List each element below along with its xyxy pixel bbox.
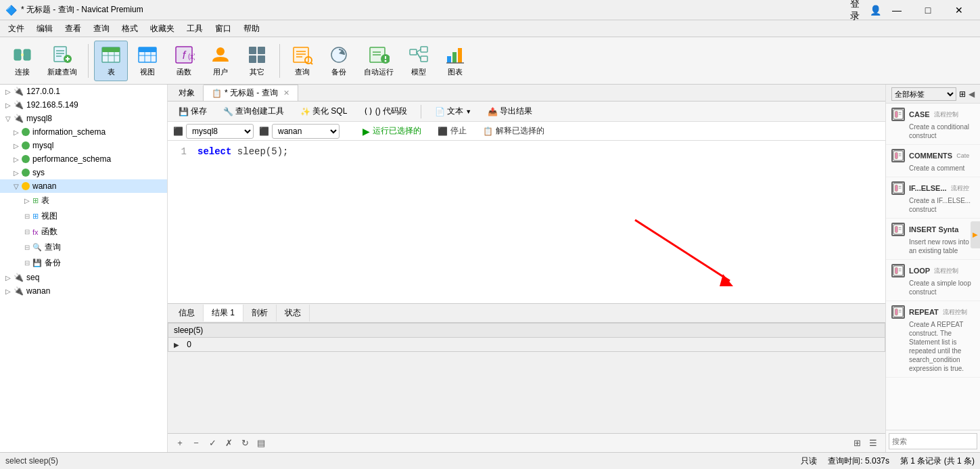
right-expand-btn[interactable]: ▶	[971, 221, 980, 248]
menu-view[interactable]: 查看	[60, 22, 87, 36]
minimize-button[interactable]: —	[881, 0, 912, 20]
sql-editor[interactable]: 1 select sleep(5);	[168, 141, 885, 303]
titlebar: 🔷 * 无标题 - 查询 - Navicat Premium 登录 👤 — □ …	[0, 0, 980, 20]
database-select[interactable]: wanan	[272, 124, 340, 139]
toolbar-model[interactable]: 模型	[402, 41, 436, 81]
svg-rect-17	[139, 47, 156, 52]
svg-rect-47	[447, 56, 451, 63]
confirm-btn[interactable]: ✓	[206, 437, 219, 450]
toolbar-chart[interactable]: 图表	[438, 41, 472, 81]
menu-favorites[interactable]: 收藏夹	[145, 22, 180, 36]
toolbar-backup[interactable]: 备份	[322, 41, 356, 81]
sidebar-item-sys[interactable]: ▷ sys	[0, 166, 167, 179]
toolbar-other[interactable]: 其它	[240, 41, 274, 81]
toolbar-autorun[interactable]: 自动运行	[358, 41, 399, 81]
explain-button[interactable]: 📋 解释已选择的	[476, 124, 551, 138]
func-icon-label: fx	[32, 228, 39, 236]
menu-window[interactable]: 窗口	[210, 22, 237, 36]
tab-close-icon[interactable]: ✕	[283, 89, 289, 97]
menu-tools[interactable]: 工具	[181, 22, 208, 36]
toolbar-sep-1	[88, 44, 89, 78]
menu-file[interactable]: 文件	[3, 22, 30, 36]
export-button[interactable]: 📤 导出结果	[482, 104, 538, 118]
toolbar-view[interactable]: 视图	[131, 41, 164, 81]
connection-select[interactable]: mysql8	[186, 124, 254, 139]
text-button[interactable]: 📄 文本 ▼	[429, 104, 477, 118]
form-view-btn[interactable]: ☰	[866, 437, 880, 450]
maximize-button[interactable]: □	[912, 0, 943, 20]
toolbar-user[interactable]: 用户	[204, 41, 237, 81]
sidebar-item-127[interactable]: ▷ 🔌 127.0.0.1	[0, 85, 167, 98]
delete-row-btn[interactable]: −	[189, 437, 203, 450]
sidebar-label-wanan: wanan	[32, 181, 56, 191]
snippet-ifelse-icon	[891, 181, 905, 195]
sidebar-item-192[interactable]: ▷ 🔌 192.168.5.149	[0, 98, 167, 112]
toolbar-sep-2	[279, 44, 280, 78]
right-panel-expand-btn[interactable]: ⊞	[959, 89, 966, 99]
cancel-btn[interactable]: ✗	[222, 437, 235, 450]
snippet-comments[interactable]: COMMENTS Cate Create a comment	[886, 145, 980, 177]
toolbar-newquery[interactable]: 新建查询	[42, 41, 83, 81]
tab-profile[interactable]: 剖析	[243, 305, 277, 321]
sidebar-label-queries: 查询	[45, 242, 61, 253]
stop-button[interactable]: ⬛ 停止	[431, 124, 473, 138]
filter-btn[interactable]: ▤	[254, 437, 268, 450]
toolbar-query[interactable]: 查询	[285, 41, 319, 81]
menu-edit[interactable]: 编辑	[31, 22, 58, 36]
toolbar-connect[interactable]: 连接	[5, 41, 39, 81]
refresh-btn[interactable]: ↻	[238, 437, 252, 450]
snippet-ifelse-badge: 流程控	[951, 184, 969, 193]
db-icon-mysql	[22, 141, 30, 150]
right-panel-close-btn[interactable]: ◀	[969, 89, 975, 99]
col-header-sleep: sleep(5)	[168, 323, 885, 338]
tab-object[interactable]: 对象	[170, 85, 204, 101]
sidebar-item-views[interactable]: ⊟ ⊞ 视图	[0, 208, 167, 224]
sidebar-item-queries[interactable]: ⊟ 🔍 查询	[0, 240, 167, 255]
connect-icon	[11, 44, 33, 66]
add-row-btn[interactable]: +	[173, 437, 187, 450]
query-create-tool-button[interactable]: 🔧 查询创建工具	[218, 104, 289, 118]
code-snippet-button[interactable]: () () 代码段	[358, 104, 413, 118]
sidebar-label-seq: seq	[26, 273, 39, 282]
tab-status[interactable]: 状态	[277, 305, 310, 321]
tab-info[interactable]: 信息	[170, 305, 204, 321]
sidebar-item-seq[interactable]: ▷ 🔌 seq	[0, 271, 167, 284]
tab-query[interactable]: 📋 * 无标题 - 查询 ✕	[204, 85, 298, 101]
sidebar-item-mysql8[interactable]: ▽ 🔌 mysql8	[0, 112, 167, 125]
sql-content[interactable]: select sleep(5);	[197, 146, 880, 298]
grid-view-btn[interactable]: ⊞	[850, 437, 864, 450]
sidebar-item-backups[interactable]: ⊟ 💾 备份	[0, 255, 167, 271]
close-button[interactable]: ✕	[943, 0, 975, 20]
sidebar-item-perf-schema[interactable]: ▷ performance_schema	[0, 152, 167, 166]
snippet-search-container	[886, 430, 980, 452]
snippet-search-input[interactable]	[889, 433, 977, 449]
toolbar: 连接 新建查询	[0, 37, 980, 85]
tag-filter-select[interactable]: 全部标签	[891, 87, 956, 101]
svg-rect-26	[258, 47, 265, 54]
sidebar-item-info-schema[interactable]: ▷ information_schema	[0, 125, 167, 139]
snippet-case[interactable]: CASE 流程控制 Create a conditional construct	[886, 104, 980, 145]
toolbar-table[interactable]: 表	[94, 41, 128, 81]
sidebar-item-wanan-bottom[interactable]: ▷ 🔌 wanan	[0, 284, 167, 298]
snippet-repeat[interactable]: REPEAT 流程控制 Create A REPEAT construct. T…	[886, 301, 980, 378]
menu-format[interactable]: 格式	[116, 22, 143, 36]
snippet-list: CASE 流程控制 Create a conditional construct	[886, 104, 980, 430]
backup-icon-label: 💾	[32, 259, 42, 267]
sidebar-item-functions[interactable]: ⊟ fx 函数	[0, 224, 167, 240]
snippet-loop[interactable]: LOOP 流程控制 Create a simple loop construct	[886, 260, 980, 301]
snippet-insert[interactable]: INSERT Synta Insert new rows into an exi…	[886, 219, 980, 260]
sidebar-item-mysql-db[interactable]: ▷ mysql	[0, 139, 167, 152]
snippet-case-header: CASE 流程控制	[891, 108, 975, 121]
toolbar-function[interactable]: f (x) 函数	[167, 41, 201, 81]
save-button[interactable]: 💾 保存	[173, 104, 212, 118]
snippet-ifelse[interactable]: IF...ELSE... 流程控 Create a IF...ELSE... c…	[886, 177, 980, 219]
snippet-repeat-icon	[891, 305, 905, 319]
menu-query[interactable]: 查询	[88, 22, 115, 36]
login-button[interactable]: 登录 👤	[850, 0, 881, 20]
sidebar-item-tables[interactable]: ▷ ⊞ 表	[0, 193, 167, 208]
run-selected-button[interactable]: ▶ 运行已选择的	[356, 124, 428, 138]
tab-results1[interactable]: 结果 1	[204, 305, 243, 321]
menu-help[interactable]: 帮助	[238, 22, 265, 36]
sidebar-item-wanan[interactable]: ▽ wanan	[0, 179, 167, 193]
beautify-sql-button[interactable]: ✨ 美化 SQL	[295, 104, 352, 118]
